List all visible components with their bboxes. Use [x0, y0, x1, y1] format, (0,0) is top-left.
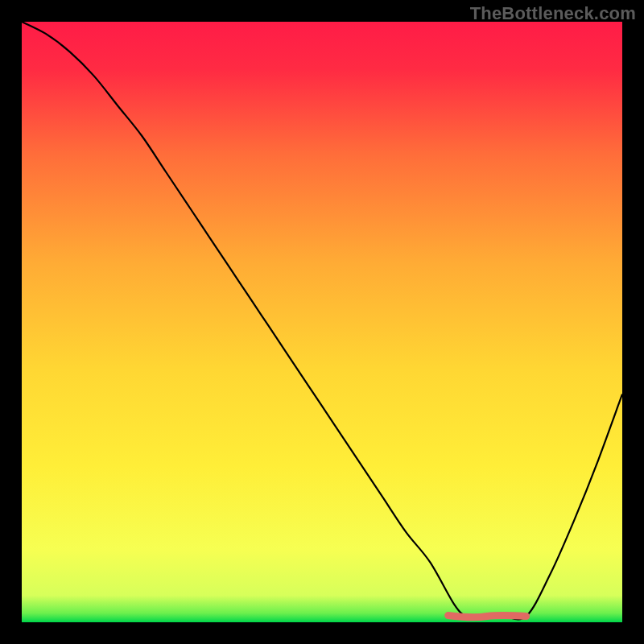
watermark-text: TheBottleneck.com: [470, 3, 636, 24]
chart-frame: [22, 22, 622, 622]
optimal-range-highlight: [448, 616, 526, 617]
bottleneck-chart: [22, 22, 622, 622]
gradient-background: [22, 22, 622, 622]
